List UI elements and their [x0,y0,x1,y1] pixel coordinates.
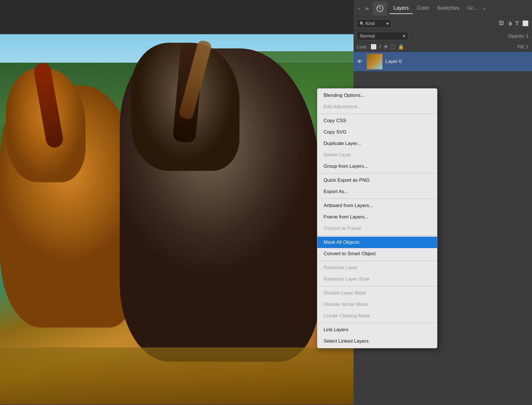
menu-item[interactable]: Duplicate Layer... [317,138,437,149]
menu-item: Create Clipping Mask [317,310,437,322]
layer-name: Layer 0 [385,59,529,64]
menu-item[interactable]: Artboard from Layers... [317,200,437,211]
layer-thumbnail [367,54,383,69]
lock-image-icon[interactable]: / [379,44,381,50]
menu-separator [317,323,437,323]
layer-row[interactable]: 👁 Layer 0 [354,52,532,71]
tab-layers[interactable]: Layers [389,3,413,14]
canvas-area [0,0,354,405]
menu-item: Edit Adjustment... [317,101,437,113]
filter-adjustment-icon[interactable]: ◑ [507,20,512,27]
tab-swatches[interactable]: Swatches [433,3,463,14]
blend-dropdown-icon: ▾ [403,33,405,39]
kind-label: Kind [366,21,375,26]
tab-color[interactable]: Color [413,3,433,14]
menu-item: Delete Layer [317,149,437,161]
canvas-topbar [0,0,354,34]
canvas-image [0,34,354,404]
menu-separator [317,235,437,236]
lock-icons: ⬜ / ✛ ⬚ 🔒 [371,44,404,50]
filter-shape-icon[interactable]: ⬜ [522,20,529,27]
tab-more-button[interactable]: » [481,5,488,12]
menu-separator [317,261,437,261]
context-menu: Blending Options...Edit Adjustment...Cop… [317,88,437,348]
menu-item[interactable]: Frame from Layers... [317,211,437,223]
menu-item[interactable]: Group from Layers... [317,161,437,172]
menu-item: Disable Layer Mask [317,287,437,299]
layer-visibility-icon[interactable]: 👁 [357,58,364,65]
menu-item[interactable]: Copy SVG [317,126,437,138]
search-icon: 🔍 [360,21,364,26]
menu-separator [317,199,437,199]
menu-item[interactable]: Link Layers [317,324,437,336]
lock-artboard-icon[interactable]: ⬚ [391,44,395,50]
menu-separator [317,114,437,114]
opacity-label: Opacity: 1 [508,34,529,39]
blend-mode-value: Normal [360,34,375,39]
filter-row: 🔍 Kind ▾ 🖼 ◑ T ⬜ [354,17,532,30]
blend-mode-dropdown[interactable]: Normal ▾ [357,32,408,40]
history-icon-button[interactable] [373,1,387,16]
filter-pixel-icon[interactable]: 🖼 [499,20,504,27]
menu-item[interactable]: Select Linked Layers [317,336,437,347]
menu-item: Rasterize Layer Style [317,273,437,285]
menu-item[interactable]: Convert to Smart Object [317,248,437,259]
menu-item: Disable Vector Mask [317,299,437,310]
menu-item[interactable]: Blending Options... [317,90,437,101]
panel-tabs: × ≫ Layers Color Swatches Gr... » [354,0,532,17]
menu-item: Convert to Frame [317,223,437,234]
menu-item[interactable]: Mask All Objects [317,237,437,248]
close-button[interactable]: × [356,5,362,12]
lock-transparent-icon[interactable]: ⬜ [371,44,377,50]
menu-item: Rasterize Layer [317,262,437,273]
kind-dropdown[interactable]: 🔍 Kind ▾ [357,19,391,28]
lock-position-icon[interactable]: ✛ [384,44,388,50]
menu-separator [317,173,437,173]
lock-row: Lock: ⬜ / ✛ ⬚ 🔒 Fill: 1 [354,42,532,52]
blend-row: Normal ▾ Opacity: 1 [354,30,532,42]
fill-label: Fill: 1 [518,44,529,50]
menu-item[interactable]: Quick Export as PNG [317,175,437,186]
dropdown-arrow-icon: ▾ [386,21,389,26]
expand-button[interactable]: ≫ [364,5,370,12]
lock-label: Lock: [357,44,367,49]
menu-separator [317,286,437,286]
menu-item[interactable]: Copy CSS [317,115,437,126]
menu-item[interactable]: Export As... [317,186,437,197]
filter-icons: 🖼 ◑ T ⬜ [499,20,529,27]
tab-gr[interactable]: Gr... [463,3,481,14]
lock-all-icon[interactable]: 🔒 [398,44,404,50]
filter-type-icon[interactable]: T [515,20,519,27]
